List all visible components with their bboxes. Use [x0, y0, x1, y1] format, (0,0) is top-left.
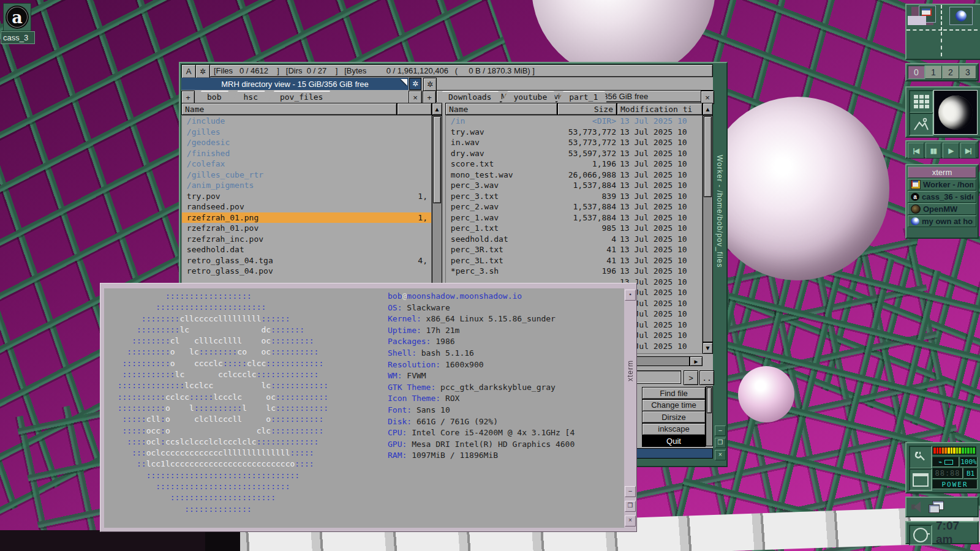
file-row[interactable]: /include	[182, 116, 431, 127]
worker-config-gear-icon[interactable]: ✲	[195, 64, 210, 78]
scroll-up-icon[interactable]: ▲	[703, 103, 713, 115]
file-row[interactable]: /in<DIR>13 Jul 2025 10	[446, 116, 702, 127]
minimize-icon[interactable]: –	[625, 486, 636, 497]
scrollbar-thumb[interactable]	[707, 388, 712, 413]
tab-left-hsc[interactable]: hsc	[231, 91, 266, 103]
fvwm-pager[interactable]	[905, 4, 980, 60]
dirsize-button[interactable]: Dirsize	[642, 411, 706, 423]
pager-desk-2[interactable]	[907, 32, 942, 56]
drawer-tool-button[interactable]	[909, 468, 932, 491]
file-row[interactable]: rzefzrah_inc.pov	[182, 234, 431, 245]
pager-mini-window[interactable]	[949, 7, 973, 25]
moon-phase-display[interactable]	[933, 90, 978, 135]
file-row[interactable]: *perc_3.sh19613 Jul 2025 10	[446, 266, 702, 277]
winlist-item[interactable]: xterm	[908, 167, 976, 178]
scrollbar-thumb[interactable]	[433, 116, 441, 203]
file-row[interactable]: score.txt1,19613 Jul 2025 10	[446, 159, 702, 170]
tab-right-youtube[interactable]: youtube	[501, 91, 556, 103]
winlist-item[interactable]: acass_36 - side	[908, 191, 976, 203]
desk-button-1[interactable]: 1	[925, 66, 942, 79]
play-icon[interactable]: ▶	[943, 143, 959, 159]
file-row[interactable]: /anim_pigments	[182, 180, 431, 191]
file-row[interactable]: retro_glass_04.tga4,	[182, 255, 431, 266]
left-add-tab-button[interactable]: +	[181, 91, 195, 104]
file-row[interactable]: retro_glass_04.pov	[182, 266, 431, 277]
file-row[interactable]: perc_3.wav1,537,88413 Jul 2025 10	[446, 180, 702, 191]
file-row[interactable]: perc_1.wav1,537,88413 Jul 2025 10	[446, 212, 702, 223]
change-time-button[interactable]: Change time	[642, 399, 706, 411]
right-close-tab-button[interactable]: ×	[701, 91, 714, 104]
menu-icon[interactable]: ▪	[625, 290, 636, 301]
file-row[interactable]: perc_2.wav1,537,88413 Jul 2025 10	[446, 201, 702, 212]
scroll-down-icon[interactable]: ▼	[703, 342, 713, 354]
desk-button-3[interactable]: 3	[959, 66, 976, 79]
file-row[interactable]: /colefax	[182, 159, 431, 170]
column-header-size[interactable]: Size	[557, 103, 617, 115]
worker-a-button[interactable]: A	[181, 64, 196, 78]
next-icon[interactable]: ▶|	[960, 143, 977, 159]
file-row[interactable]: perc_3.txt83913 Jul 2025 10	[446, 191, 702, 202]
quit-button[interactable]: Quit	[642, 435, 706, 447]
column-header-name[interactable]: Name	[445, 103, 557, 115]
close-icon[interactable]: ×	[625, 515, 636, 527]
column-header-modified[interactable]: Modification ti	[617, 103, 703, 115]
right-pane-gear-icon[interactable]: ✲	[423, 78, 437, 91]
file-row[interactable]: /geodesic	[182, 137, 431, 148]
file-row[interactable]: mono_test.wav26,066,98813 Jul 2025 10	[446, 170, 702, 181]
bank-scrollbar[interactable]	[706, 386, 713, 446]
xterm-window-frame[interactable]: ▪ xterm – ❒ ×	[624, 283, 636, 531]
minimize-icon[interactable]: –	[715, 425, 726, 436]
inkscape-button[interactable]: inkscape	[642, 423, 706, 435]
file-row[interactable]: rzefzrah_01.pov	[182, 223, 431, 234]
pager-mini-window[interactable]	[908, 16, 926, 25]
grid-tool-button[interactable]	[909, 90, 933, 113]
right-scrollbar[interactable]	[703, 115, 713, 342]
iconified-window-label[interactable]: cass_3	[1, 31, 35, 44]
winlist-item[interactable]: OpenMW	[908, 203, 976, 215]
scrollbar-thumb[interactable]	[704, 116, 712, 197]
wallpaper-tool-button[interactable]	[909, 113, 933, 136]
right-add-tab-button[interactable]: +	[423, 91, 436, 104]
file-row[interactable]: dry.wav53,597,37213 Jul 2025 10	[446, 148, 702, 159]
file-row[interactable]: randseed.pov	[182, 201, 431, 212]
file-row[interactable]: rzefzrah_01.png1,	[182, 212, 431, 223]
file-row[interactable]: perc_1.txt98513 Jul 2025 10	[446, 223, 702, 234]
prev-icon[interactable]: |◀	[908, 143, 924, 159]
file-row[interactable]: try.wav53,773,77213 Jul 2025 10	[446, 127, 702, 138]
file-row[interactable]: seedhold.dat413 Jul 2025 10	[446, 234, 702, 245]
go-button[interactable]: >	[684, 370, 698, 385]
column-header-size[interactable]	[397, 103, 432, 115]
pager-desk-0[interactable]	[907, 5, 942, 31]
maximize-icon[interactable]: ❒	[715, 438, 726, 448]
file-row[interactable]: perc_3L.txt4113 Jul 2025 10	[446, 255, 702, 266]
desk-button-2[interactable]: 2	[942, 66, 959, 79]
scroll-right-icon[interactable]: ►	[690, 356, 703, 366]
left-close-tab-button[interactable]: ×	[409, 91, 422, 104]
maximize-icon[interactable]: ❒	[625, 501, 636, 512]
file-row[interactable]: try.pov1,	[182, 191, 431, 202]
wrench-tool-button[interactable]	[909, 446, 932, 469]
desk-button-0[interactable]: 0	[908, 66, 925, 79]
left-pane-titlebar[interactable]: MRH directory view - 15 GiB/356 GiB free	[181, 78, 409, 90]
iconified-window-icon[interactable]: a	[3, 3, 31, 31]
file-row[interactable]: /gilles	[182, 127, 431, 138]
worker-window-frame[interactable]: Worker - /home/bob/pov_files – ❒ ×	[713, 63, 726, 466]
tab-right-part_1[interactable]: part_1	[557, 91, 606, 103]
close-icon[interactable]: ×	[715, 450, 726, 460]
parent-dir-button[interactable]: ..	[699, 370, 714, 385]
terminal[interactable]: :::::::::::::::::: :::::::::::::::::::::…	[104, 288, 624, 528]
file-row[interactable]: in.wav53,773,77213 Jul 2025 10	[446, 137, 702, 148]
left-pane-gear-icon[interactable]: ✲	[409, 78, 421, 90]
scroll-up-icon[interactable]: ▲	[432, 103, 442, 115]
file-row[interactable]: /gilles_cube_rtr	[182, 170, 431, 181]
tab-left-bob[interactable]: bob	[195, 91, 230, 103]
computer-icon[interactable]	[929, 501, 943, 513]
file-row[interactable]: perc_3R.txt4113 Jul 2025 10	[446, 244, 702, 255]
file-row[interactable]: /finished	[182, 148, 431, 159]
column-header-name[interactable]: Name	[181, 103, 397, 115]
pager-desk-1[interactable]	[943, 5, 978, 31]
tab-left-pov_files[interactable]: pov_files	[268, 91, 331, 103]
find-file-button[interactable]: Find file	[642, 387, 706, 399]
tab-right-Downloads[interactable]: Downloads	[436, 91, 500, 103]
file-row[interactable]: seedhold.dat	[182, 244, 431, 255]
